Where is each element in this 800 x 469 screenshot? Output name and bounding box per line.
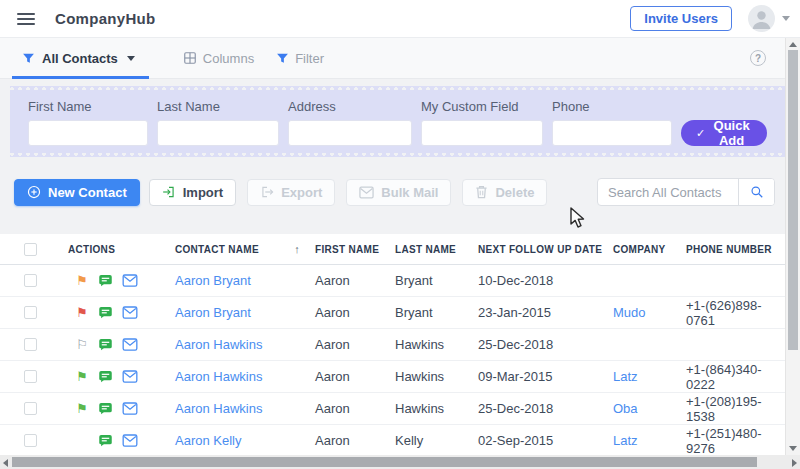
note-icon[interactable] <box>98 369 113 384</box>
scroll-up-arrow[interactable] <box>789 42 797 47</box>
scroll-left-arrow[interactable] <box>3 459 8 467</box>
bulk-mail-button[interactable]: Bulk Mail <box>346 179 451 206</box>
mail-icon[interactable] <box>122 434 138 447</box>
horizontal-scroll-thumb[interactable] <box>12 457 757 467</box>
vertical-scroll-thumb[interactable] <box>788 50 798 350</box>
filter-label: Filter <box>295 51 324 66</box>
flag-icon[interactable]: ⚑ <box>75 370 89 384</box>
search-button[interactable] <box>738 179 774 205</box>
address-label: Address <box>288 99 412 114</box>
scroll-down-arrow[interactable] <box>789 446 797 451</box>
quick-add-button[interactable]: ✓ Quick Add <box>681 120 767 146</box>
contact-name-link[interactable]: Aaron Hawkins <box>175 369 262 384</box>
help-icon[interactable]: ? <box>750 50 766 66</box>
vertical-scrollbar[interactable] <box>785 38 800 455</box>
mail-icon[interactable] <box>122 338 138 351</box>
note-icon[interactable] <box>98 337 113 352</box>
my-custom-field-input[interactable] <box>421 120 543 146</box>
contact-name-link[interactable]: Aaron Bryant <box>175 305 251 320</box>
last-name-input[interactable] <box>157 120 279 146</box>
columns-button[interactable]: Columns <box>183 51 254 66</box>
funnel-icon <box>276 52 289 65</box>
table-row[interactable]: Aaron Kelly Aaron Kelly 02-Sep-2015 Latz… <box>0 425 785 457</box>
first-name-cell: Aaron <box>310 401 390 416</box>
action-toolbar: New Contact Import Export <box>0 178 800 206</box>
sort-asc-icon[interactable]: ↑ <box>294 243 300 255</box>
table-row[interactable]: ⚑ Aaron Hawkins Aaron Hawkins 25-Dec-201… <box>0 393 785 425</box>
menu-icon[interactable] <box>17 13 35 25</box>
note-icon[interactable] <box>98 433 113 448</box>
note-icon[interactable] <box>98 305 113 320</box>
last-name-cell: Hawkins <box>390 337 475 352</box>
row-checkbox[interactable] <box>24 434 37 447</box>
company-link[interactable]: Oba <box>613 401 638 416</box>
contact-name-link[interactable]: Aaron Hawkins <box>175 401 262 416</box>
col-actions[interactable]: ACTIONS <box>60 244 170 255</box>
view-selector-all-contacts[interactable]: All Contacts <box>22 38 135 78</box>
last-name-cell: Kelly <box>390 433 475 448</box>
mail-icon[interactable] <box>122 274 138 287</box>
mail-icon[interactable] <box>122 306 138 319</box>
filter-button[interactable]: Filter <box>276 51 324 66</box>
first-name-cell: Aaron <box>310 337 390 352</box>
flag-icon[interactable]: ⚑ <box>75 274 89 288</box>
row-checkbox[interactable] <box>24 338 37 351</box>
active-tab-underline <box>12 76 149 79</box>
quick-add-label: Quick Add <box>711 118 752 148</box>
note-icon[interactable] <box>98 401 113 416</box>
last-name-label: Last Name <box>157 99 279 114</box>
quickadd-field-first-name: First Name <box>28 99 148 146</box>
delete-button[interactable]: Delete <box>462 179 547 206</box>
user-icon <box>748 5 775 32</box>
company-link[interactable]: Latz <box>613 369 638 384</box>
contact-name-link[interactable]: Aaron Bryant <box>175 273 251 288</box>
first-name-cell: Aaron <box>310 273 390 288</box>
chevron-down-icon[interactable] <box>782 16 790 21</box>
row-checkbox[interactable] <box>24 402 37 415</box>
avatar[interactable] <box>748 5 775 32</box>
contact-name-link[interactable]: Aaron Hawkins <box>175 337 262 352</box>
col-company[interactable]: COMPANY <box>605 244 683 255</box>
table-row[interactable]: ⚐ Aaron Hawkins Aaron Hawkins 25-Dec-201… <box>0 329 785 361</box>
row-checkbox[interactable] <box>24 370 37 383</box>
flag-icon[interactable]: ⚑ <box>75 306 89 320</box>
search-box <box>597 178 775 206</box>
search-icon <box>750 185 764 199</box>
app-window: CompanyHub Invite Users All Contacts <box>0 0 800 469</box>
table-row[interactable]: ⚑ Aaron Bryant Aaron Bryant 23-Jan-2015 … <box>0 297 785 329</box>
select-all-checkbox[interactable] <box>24 243 37 256</box>
col-last-name[interactable]: LAST NAME <box>390 244 475 255</box>
flag-icon[interactable]: ⚐ <box>75 338 89 352</box>
horizontal-scrollbar[interactable] <box>0 455 800 469</box>
scroll-right-arrow[interactable] <box>792 459 797 467</box>
row-checkbox[interactable] <box>24 306 37 319</box>
contact-name-header-label: CONTACT NAME <box>175 244 259 255</box>
contacts-table: ACTIONS CONTACT NAME ↑ FIRST NAME LAST N… <box>0 234 785 455</box>
col-next-follow-up-date[interactable]: NEXT FOLLOW UP DATE <box>475 244 605 255</box>
phone-input[interactable] <box>552 120 672 146</box>
invite-users-button[interactable]: Invite Users <box>630 6 732 31</box>
col-phone-number[interactable]: PHONE NUMBER <box>683 244 785 255</box>
row-checkbox[interactable] <box>24 274 37 287</box>
import-button[interactable]: Import <box>149 179 236 206</box>
table-row[interactable]: ⚑ Aaron Bryant Aaron Bryant 10-Dec-2018 <box>0 265 785 297</box>
import-icon <box>162 185 176 199</box>
mail-icon[interactable] <box>122 402 138 415</box>
quickadd-field-my-custom-field: My Custom Field <box>421 99 543 146</box>
export-button[interactable]: Export <box>247 179 335 206</box>
company-link[interactable]: Latz <box>613 433 638 448</box>
mail-icon[interactable] <box>122 370 138 383</box>
contact-name-link[interactable]: Aaron Kelly <box>175 433 241 448</box>
address-input[interactable] <box>288 120 412 146</box>
table-row[interactable]: ⚑ Aaron Hawkins Aaron Hawkins 09-Mar-201… <box>0 361 785 393</box>
note-icon[interactable] <box>98 273 113 288</box>
quickadd-field-last-name: Last Name <box>157 99 279 146</box>
flag-icon[interactable]: ⚑ <box>75 402 89 416</box>
col-contact-name[interactable]: CONTACT NAME ↑ <box>170 243 310 255</box>
company-link[interactable]: Mudo <box>613 305 646 320</box>
col-first-name[interactable]: FIRST NAME <box>310 244 390 255</box>
last-name-cell: Hawkins <box>390 401 475 416</box>
search-input[interactable] <box>598 185 738 200</box>
new-contact-button[interactable]: New Contact <box>14 179 140 206</box>
first-name-input[interactable] <box>28 120 148 146</box>
